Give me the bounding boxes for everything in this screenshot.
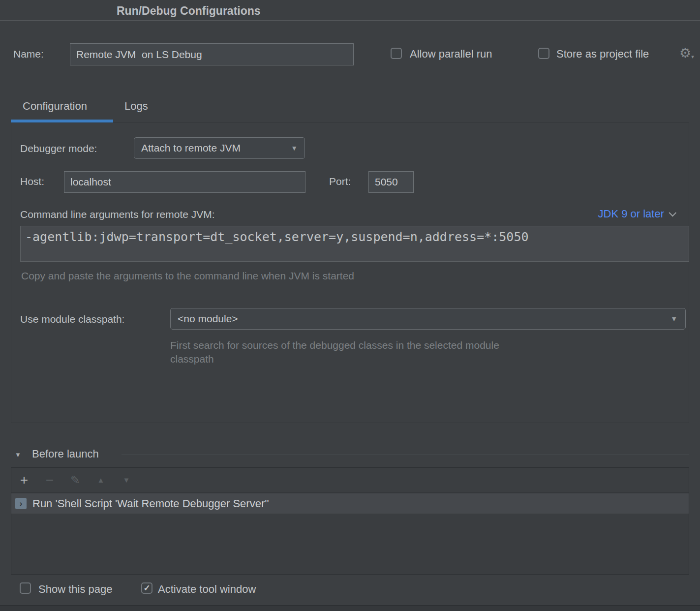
move-up-button[interactable]: ▲ bbox=[88, 468, 114, 492]
allow-parallel-run-label: Allow parallel run bbox=[410, 48, 492, 61]
cmd-args-hint: Copy and paste the arguments to the comm… bbox=[21, 269, 354, 283]
module-classpath-label: Use module classpath: bbox=[20, 313, 124, 325]
cmd-args-textarea[interactable]: -agentlib:jdwp=transport=dt_socket,serve… bbox=[20, 226, 689, 262]
add-task-button[interactable]: + bbox=[11, 468, 37, 492]
dialog-titlebar: Run/Debug Configurations bbox=[0, 0, 700, 21]
allow-parallel-run-checkbox[interactable] bbox=[391, 48, 402, 59]
store-as-project-file-label: Store as project file bbox=[556, 48, 649, 61]
move-down-button[interactable]: ▼ bbox=[114, 468, 139, 492]
before-launch-title: Before launch bbox=[32, 448, 99, 460]
chevron-down-icon: ▼ bbox=[291, 144, 298, 152]
before-launch-list: + − ✎ ▲ ▼ › Run 'Shell Script 'Wait Remo… bbox=[11, 467, 689, 575]
chevron-down-icon: ▼ bbox=[670, 315, 677, 323]
before-launch-toolbar: + − ✎ ▲ ▼ bbox=[11, 468, 689, 492]
jdk-version-dropdown[interactable]: JDK 9 or later bbox=[598, 208, 674, 220]
port-label: Port: bbox=[329, 176, 351, 187]
tab-logs[interactable]: Logs bbox=[124, 100, 148, 113]
edit-task-button[interactable]: ✎ bbox=[62, 468, 88, 492]
module-classpath-combobox[interactable]: <no module> ▼ bbox=[170, 308, 686, 330]
before-launch-section-header: ▼ Before launch bbox=[0, 448, 700, 462]
debugger-mode-label: Debugger mode: bbox=[20, 143, 97, 154]
name-label: Name: bbox=[13, 48, 44, 60]
activate-tool-window-label: Activate tool window bbox=[158, 583, 256, 596]
host-input[interactable]: localhost bbox=[64, 171, 305, 193]
run-shell-script-icon: › bbox=[15, 498, 27, 509]
host-label: Host: bbox=[20, 176, 44, 187]
jdk-version-label: JDK 9 or later bbox=[598, 208, 665, 220]
module-classpath-value: <no module> bbox=[178, 313, 238, 325]
remove-task-button[interactable]: − bbox=[37, 468, 62, 492]
debugger-mode-value: Attach to remote JVM bbox=[141, 142, 241, 154]
module-classpath-hint: First search for sources of the debugged… bbox=[170, 338, 505, 366]
tab-configuration[interactable]: Configuration bbox=[23, 100, 87, 113]
port-input[interactable]: 5050 bbox=[368, 171, 414, 193]
show-this-page-checkbox[interactable] bbox=[20, 582, 31, 594]
dialog-title: Run/Debug Configurations bbox=[117, 4, 261, 18]
store-options-gear-icon[interactable]: ⚙▾ bbox=[679, 47, 694, 60]
show-this-page-label: Show this page bbox=[38, 583, 112, 596]
configuration-panel: Debugger mode: Attach to remote JVM ▼ Ho… bbox=[11, 122, 689, 423]
collapse-triangle-icon[interactable]: ▼ bbox=[15, 451, 21, 458]
bottom-bar bbox=[0, 605, 700, 611]
debugger-mode-combobox[interactable]: Attach to remote JVM ▼ bbox=[134, 137, 305, 159]
chevron-down-icon bbox=[669, 209, 677, 216]
section-divider bbox=[122, 455, 689, 455]
name-input[interactable]: Remote JVM on LS Debug bbox=[70, 43, 354, 65]
before-launch-task-row[interactable]: › Run 'Shell Script 'Wait Remote Debugge… bbox=[11, 493, 689, 514]
activate-tool-window-checkbox[interactable]: ✓ bbox=[141, 582, 152, 594]
before-launch-task-label: Run 'Shell Script 'Wait Remote Debugger … bbox=[32, 497, 269, 510]
store-as-project-file-checkbox[interactable] bbox=[538, 48, 549, 59]
cmd-args-label: Command line arguments for remote JVM: bbox=[20, 209, 215, 220]
